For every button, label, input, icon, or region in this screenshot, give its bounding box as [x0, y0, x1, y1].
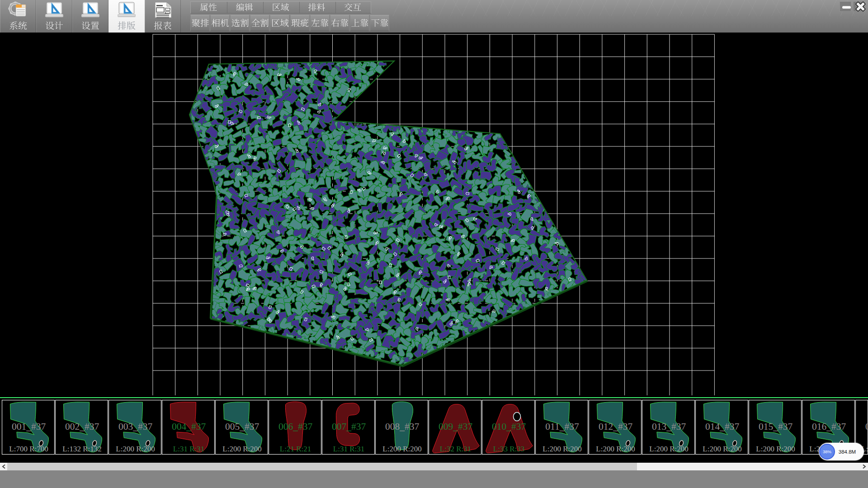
- svg-text:0: 0: [865, 421, 868, 432]
- svg-text:L:200 R:200: L:200 R:200: [596, 445, 635, 453]
- svg-text:L:200 R:200: L:200 R:200: [703, 445, 741, 453]
- svg-text:014_#37: 014_#37: [705, 421, 740, 432]
- svg-text:016_#37: 016_#37: [812, 421, 846, 432]
- svg-text:012_#37: 012_#37: [599, 421, 633, 432]
- svg-text:L:21 R:21: L:21 R:21: [280, 445, 311, 453]
- svg-text:L:200 R:200: L:200 R:200: [222, 445, 261, 453]
- svg-text:L:200 R:200: L:200 R:200: [542, 445, 581, 453]
- svg-text:L:31 R:31: L:31 R:31: [173, 445, 204, 453]
- svg-text:013_#37: 013_#37: [652, 421, 686, 432]
- svg-text:L:200 R:200: L:200 R:200: [756, 445, 795, 453]
- svg-text:004_#37: 004_#37: [172, 421, 206, 432]
- svg-text:006_#37: 006_#37: [278, 421, 313, 432]
- svg-text:003_#37: 003_#37: [118, 421, 153, 432]
- svg-text:005_#37: 005_#37: [225, 421, 259, 432]
- svg-text:L:132 R:132: L:132 R:132: [62, 445, 101, 453]
- svg-text:011_#37: 011_#37: [545, 421, 579, 432]
- svg-text:L:32 R:31: L:32 R:31: [440, 445, 471, 453]
- svg-text:010_#37: 010_#37: [492, 421, 526, 432]
- svg-text:L:200 R:200: L:200 R:200: [116, 445, 155, 453]
- svg-text:009_#37: 009_#37: [439, 421, 473, 432]
- svg-text:L:33 R:33: L:33 R:33: [493, 445, 524, 453]
- svg-text:008_#37: 008_#37: [385, 421, 420, 432]
- svg-text:L:200 R:200: L:200 R:200: [382, 445, 421, 453]
- svg-text:L:200 R:200: L:200 R:200: [649, 445, 688, 453]
- svg-text:007_#37: 007_#37: [332, 421, 366, 432]
- svg-text:001_#37: 001_#37: [12, 421, 46, 432]
- svg-text:015_#37: 015_#37: [759, 421, 793, 432]
- svg-text:L:700 R:700: L:700 R:700: [9, 445, 48, 453]
- svg-text:L:31 R:31: L:31 R:31: [333, 445, 364, 453]
- svg-text:002_#37: 002_#37: [65, 421, 99, 432]
